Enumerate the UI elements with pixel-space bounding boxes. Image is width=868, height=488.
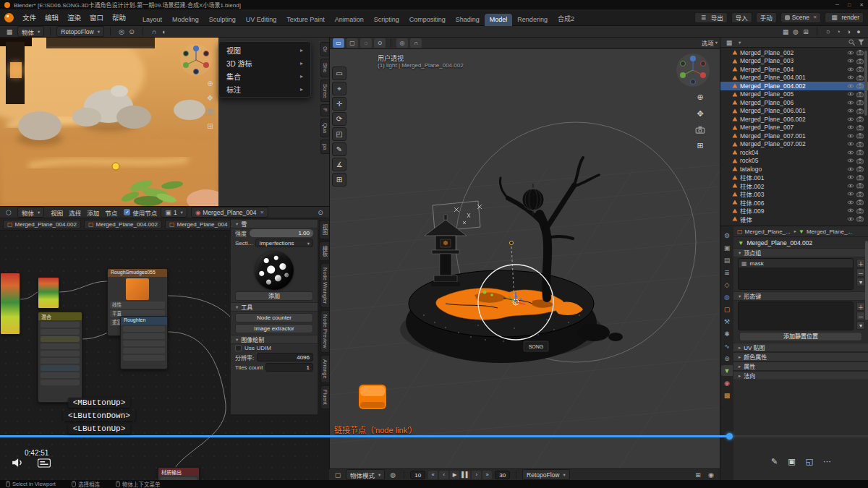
disable-render-icon[interactable] (856, 158, 864, 164)
color-ramp-node[interactable] (0, 273, 20, 335)
properties-tab-icon[interactable]: ⊛ (721, 353, 733, 364)
snap-icon[interactable]: ∩ (149, 27, 159, 36)
overlay-icon[interactable]: ⊞ (693, 470, 703, 479)
workspace-tab[interactable]: Layout (137, 14, 167, 26)
outliner-row[interactable]: Merged_Plane_004 (720, 65, 868, 74)
editor-type-icon[interactable]: ⬡ (4, 207, 14, 217)
attributes-header[interactable]: ▸属性 (733, 361, 868, 371)
outliner-row[interactable]: 锥体 (720, 215, 868, 223)
transport-button[interactable]: ▶ (450, 471, 459, 479)
hide-viewport-icon[interactable] (847, 150, 854, 155)
shader-type-dropdown[interactable]: 物体▾ (17, 207, 44, 218)
outliner-row[interactable]: Merged_Plane_007.002 (720, 140, 868, 149)
material-slot-chip[interactable]: ▣1▾ (161, 207, 187, 218)
use-nodes-checkbox[interactable]: ✓ 使用节点 (124, 208, 157, 217)
expand-icon[interactable]: ◱ (806, 457, 813, 466)
viewport-tool-button[interactable]: ⊞ (332, 173, 346, 187)
shader-node-editor[interactable]: ⬡ 物体▾ 视图选择添加节点 ✓ 使用节点 ▣1▾ ◉Merged_Plane_… (0, 206, 329, 480)
options-menu[interactable]: 选项▾ (702, 38, 718, 47)
hide-viewport-icon[interactable] (847, 174, 854, 180)
workspace-tab[interactable]: Scripting (369, 14, 404, 26)
search-icon[interactable] (848, 39, 855, 46)
video-progress-handle[interactable] (726, 433, 733, 440)
grid-view-icon[interactable]: ⊞ (207, 122, 213, 130)
disable-render-icon[interactable] (856, 191, 864, 197)
outliner-row[interactable]: 柱体.002 (720, 181, 868, 190)
sidebar-tab[interactable]: pa (320, 140, 329, 154)
frame-start-field[interactable]: 10 (410, 471, 425, 479)
grid-view-icon[interactable]: ⊞ (697, 141, 703, 150)
disable-render-icon[interactable] (856, 116, 864, 122)
workspace-tab[interactable]: Sculpting (204, 14, 241, 26)
overlay-icon[interactable]: ▦ (780, 27, 791, 36)
menu-item[interactable]: 帮助 (108, 12, 130, 23)
disable-render-icon[interactable] (856, 215, 864, 222)
import-button[interactable]: 导入 (731, 12, 752, 23)
hide-viewport-icon[interactable] (847, 141, 854, 147)
disable-render-icon[interactable] (856, 199, 864, 205)
hide-viewport-icon[interactable] (847, 108, 854, 114)
view-layer-selector[interactable]: ▦render (825, 12, 864, 23)
select-mode-icon[interactable]: ▭ (333, 38, 344, 48)
viewport-tool-button[interactable]: ∡ (332, 158, 346, 171)
disable-render-icon[interactable] (856, 49, 864, 56)
viewport-tool-button[interactable]: ▭ (332, 67, 346, 80)
workspace-tab[interactable]: Modeling (167, 14, 204, 26)
hide-viewport-icon[interactable] (847, 74, 854, 80)
outliner-row[interactable]: rock05 (720, 157, 868, 166)
properties-tab-icon[interactable]: ▤ (721, 254, 733, 265)
hide-viewport-icon[interactable] (847, 83, 854, 89)
shape-keys-list[interactable] (738, 301, 854, 330)
viewport-tool-button[interactable]: ⌖ (332, 82, 346, 95)
hide-viewport-icon[interactable] (847, 100, 854, 106)
properties-tab-icon[interactable]: ◉ (721, 377, 733, 388)
vertex-group-item[interactable]: ▦ mask (739, 259, 853, 267)
add-item-button[interactable]: ＋ (856, 259, 865, 267)
properties-tab-icon[interactable]: ◍ (721, 291, 733, 302)
viewport-tool-button[interactable]: ✛ (332, 97, 346, 111)
hide-viewport-icon[interactable] (847, 200, 854, 205)
panel-header[interactable]: ▾雪 (231, 219, 318, 228)
more-icon[interactable]: ⋯ (823, 457, 831, 466)
outliner-row[interactable]: Merged_Plane_006 (720, 98, 868, 107)
properties-tab-icon[interactable]: ✱ (721, 328, 733, 339)
filter-icon[interactable] (858, 39, 864, 46)
viewport-axis-gizmo[interactable] (179, 43, 213, 77)
workspace-tab[interactable]: Animation (330, 14, 369, 26)
properties-tab-icon[interactable]: ▢ (721, 304, 733, 314)
viewport-axis-gizmo[interactable] (676, 53, 710, 87)
hide-viewport-icon[interactable] (847, 124, 854, 130)
outliner-row[interactable]: Merged_Plane_004.002 (720, 82, 868, 90)
pan-hand-icon[interactable]: ✥ (207, 94, 213, 102)
main-3d-viewport[interactable]: SONG ▭ ▢ ◌ ⊙ ◎ ∩ 选项▾ 用户透视 (1) light | Me… (329, 38, 720, 468)
select-lasso-icon[interactable]: ◌ (360, 38, 372, 48)
transport-button[interactable]: « (428, 471, 438, 479)
transport-button[interactable]: › (472, 471, 481, 479)
hide-viewport-icon[interactable] (847, 158, 854, 163)
disable-render-icon[interactable] (856, 124, 864, 131)
shape-keys-header[interactable]: ▾形态键 (733, 291, 868, 301)
scene-selector[interactable]: Scene✕ (780, 12, 822, 23)
uv-maps-header[interactable]: ▸UV 贴图 (733, 343, 868, 352)
remove-item-button[interactable]: － (856, 268, 865, 277)
specials-menu-button[interactable]: ▾ (856, 321, 865, 330)
disable-render-icon[interactable] (856, 58, 864, 64)
properties-tab-icon[interactable]: ⚒ (721, 316, 733, 327)
color-ramp-node[interactable] (38, 277, 59, 309)
transport-button[interactable]: ▌▌ (461, 471, 470, 479)
properties-tab-icon[interactable]: ⚙ (721, 230, 733, 241)
node-counter-button[interactable]: Node counter (235, 313, 313, 322)
close-button[interactable]: ✕ (859, 2, 864, 8)
properties-tab-icon[interactable]: ▼ (721, 365, 733, 376)
vertex-groups-header[interactable]: ▾顶点组 (733, 248, 868, 257)
zoom-icon[interactable]: ⊕ (697, 93, 703, 102)
export-button[interactable]: ≣导出 (694, 12, 728, 23)
disable-render-icon[interactable] (856, 166, 864, 172)
properties-tab-icon[interactable]: ∿ (721, 341, 733, 351)
outliner-row[interactable]: 柱体.001 (720, 174, 868, 182)
hide-viewport-icon[interactable] (847, 216, 854, 222)
cursor-tool-icon[interactable]: ⊙ (374, 38, 386, 48)
hide-viewport-icon[interactable] (847, 116, 854, 122)
sidebar-tab[interactable]: Qua (320, 119, 329, 137)
sidebar-tab[interactable]: F (320, 104, 329, 116)
